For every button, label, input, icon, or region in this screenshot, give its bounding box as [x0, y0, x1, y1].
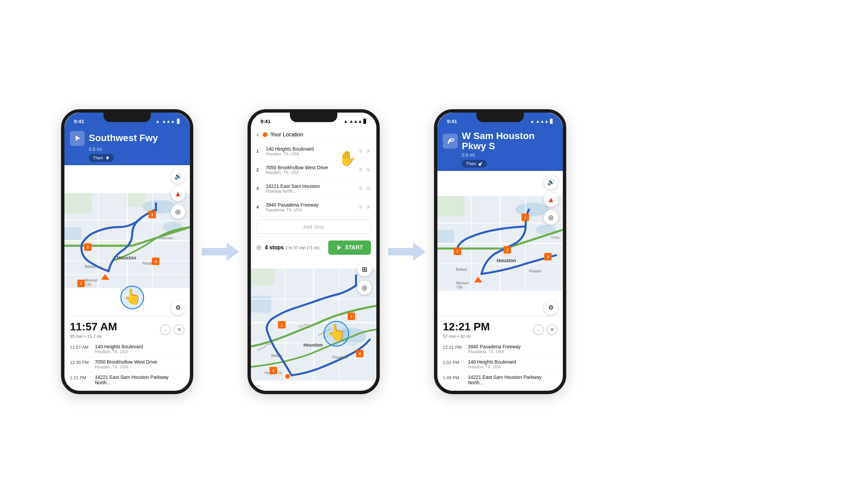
compass-btn-1[interactable]: ▲	[171, 187, 185, 201]
stop-item-3-4: 2:45 PM 7050 Brookhollow West Drive Hous…	[443, 388, 557, 391]
nav-distance-3: 0.6 mi	[462, 152, 557, 158]
svg-text:Crosb...: Crosb...	[551, 236, 562, 239]
svg-text:3: 3	[151, 212, 153, 216]
location-btn-1[interactable]: ◎	[171, 205, 185, 219]
svg-text:1: 1	[456, 249, 458, 253]
route-stop-row-2[interactable]: 2 7050 Brookhollow West Drive Houston, T…	[251, 161, 376, 179]
sound-btn-3[interactable]: 🔊	[544, 175, 558, 189]
stop-list-1: 11:57 AM 140 Heights Boulevard Houston, …	[70, 341, 185, 391]
close-btn-1[interactable]: ✕	[174, 324, 185, 335]
your-location-label: Your Location	[270, 132, 303, 138]
compass-btn-3[interactable]: ▲	[544, 193, 558, 207]
status-bar-2: 9:41 ▲ ▲▲▲ ▊	[251, 113, 376, 127]
route-footer: ⊞ 4 stops 2 hr 37 min (71 mi) START	[251, 237, 376, 258]
filter-icon[interactable]: ⊞	[256, 244, 261, 252]
svg-text:Houston: Houston	[303, 342, 323, 347]
remove-stop-2[interactable]: ✕	[366, 166, 371, 174]
location-btn-2[interactable]: ◎	[358, 280, 372, 295]
nav-banner-3: W Sam Houston Pkwy S 0.6 mi Then	[437, 127, 563, 171]
stop-count: 4 stops	[265, 245, 284, 250]
remove-stop-4[interactable]: ✕	[366, 204, 371, 211]
svg-rect-33	[251, 295, 271, 312]
status-time-3: 9:41	[447, 119, 457, 124]
svg-text:2: 2	[506, 248, 508, 252]
svg-rect-61	[437, 230, 454, 244]
nav-street-3: W Sam Houston Pkwy S	[462, 131, 557, 152]
start-btn[interactable]: START	[328, 240, 371, 255]
route-stop-row-4[interactable]: 4 3940 Pasadena Freeway Pasadena, TX, US…	[251, 198, 376, 217]
svg-text:Missouri: Missouri	[85, 278, 97, 282]
location-btn-3[interactable]: ◎	[544, 210, 558, 225]
svg-text:Pasadei: Pasadei	[529, 269, 541, 273]
stop-item-1-4: 1:57 PM 3940 Pasadena Freeway Pasadena, …	[70, 388, 185, 391]
svg-rect-4	[64, 193, 92, 213]
nav-street-1: Southwest Fwy	[89, 133, 158, 143]
drag-handle-2[interactable]: ≡	[359, 166, 362, 173]
svg-text:3: 3	[524, 215, 526, 219]
chevron-btn-1[interactable]: ⌄	[160, 324, 171, 335]
svg-text:City: City	[85, 282, 91, 286]
drag-handle-4[interactable]: ≡	[359, 204, 362, 211]
svg-text:Houston: Houston	[497, 258, 516, 263]
svg-text:4: 4	[155, 259, 157, 263]
svg-text:City: City	[457, 285, 463, 289]
drag-handle-1[interactable]: ≡	[359, 147, 362, 155]
status-time-2: 9:41	[260, 119, 271, 124]
svg-text:Bellaire: Bellaire	[456, 268, 467, 271]
bottom-panel-1: 11:57 AM 35 min • 15.7 mi ⌄ ✕ 11:57 AM 1…	[64, 316, 190, 391]
svg-text:Channelvi...: Channelvi...	[159, 236, 176, 239]
trip-meta-1: 35 min • 15.7 mi	[70, 334, 117, 339]
route-meta: 2 hr 37 min (71 mi)	[285, 246, 319, 250]
map-area-1: Houston Bellaire Pasadena Missouri City …	[64, 165, 190, 316]
svg-text:4: 4	[547, 255, 549, 259]
close-btn-3[interactable]: ✕	[547, 324, 557, 335]
phone-1: 9:41 ▲ ▲▲▲ ▊ Southwest Fwy	[61, 109, 193, 394]
stop-item-1-1: 11:57 AM 140 Heights Boulevard Houston, …	[70, 341, 185, 357]
add-stop-btn[interactable]: Add Stop	[256, 219, 371, 234]
arrival-time-3: 12:21 PM	[443, 320, 490, 333]
map-area-2: Houston Bellaire Pasadena Missouri City …	[251, 258, 376, 391]
nav-icon-1	[70, 131, 85, 146]
sound-btn-1[interactable]: 🔊	[171, 169, 185, 184]
nav-icon-3	[443, 134, 458, 148]
settings-btn-1[interactable]: ⚙	[171, 300, 185, 315]
nav-then-3: Then	[462, 160, 487, 167]
svg-text:1: 1	[281, 322, 283, 327]
nav-then-1: Then	[89, 154, 114, 162]
stop-item-3-3: 1:49 PM 14221 East Sam Houston Parkway N…	[443, 372, 557, 388]
stop-item-3-2: 1:02 PM 140 Heights Boulevard Houston, T…	[443, 357, 557, 372]
route-stop-row-1[interactable]: 1 140 Heights Boulevard Houston, TX, USA…	[251, 142, 376, 161]
bottom-panel-3: 12:21 PM 57 min • 32 mi ⌄ ✕ 12:21 PM 394…	[437, 316, 563, 391]
trip-meta-3: 57 min • 32 mi	[443, 334, 490, 339]
layers-btn-2[interactable]: ⊞	[358, 262, 372, 276]
svg-text:2: 2	[272, 368, 274, 372]
arrow-1	[200, 238, 241, 265]
stop-item-3-1: 12:21 PM 3940 Pasadena Freeway Pasadena,…	[443, 341, 557, 357]
svg-text:Bellaire: Bellaire	[85, 265, 96, 268]
svg-text:Bellaire: Bellaire	[271, 353, 283, 357]
arrow-2	[386, 238, 427, 265]
svg-text:Houston: Houston	[117, 255, 136, 260]
status-bar-1: 9:41 ▲ ▲▲▲ ▊	[64, 113, 190, 127]
stop-item-1-3: 1:21 PM 14221 East Sam Houston Parkway N…	[70, 372, 185, 388]
settings-btn-3[interactable]: ⚙	[544, 300, 558, 315]
svg-rect-34	[251, 268, 275, 285]
add-stop-label: Add Stop	[303, 224, 324, 230]
stop-item-1-2: 12:30 PM 7050 Brookhollow West Drive Hou…	[70, 357, 185, 372]
map-area-3: Houston Bellaire Pasadei Missouri City C…	[437, 171, 563, 316]
chevron-btn-3[interactable]: ⌄	[533, 324, 544, 335]
nav-banner-1: Southwest Fwy 0.6 mi Then	[64, 127, 190, 165]
status-icons-3: ▲ ▲▲▲ ▊	[530, 119, 553, 124]
status-icons-2: ▲ ▲▲▲ ▊	[343, 119, 367, 124]
phone-2: 9:41 ▲ ▲▲▲ ▊ ‹ Your Location 1 140 Heigh…	[248, 109, 380, 394]
drag-handle-3[interactable]: ≡	[359, 185, 362, 192]
svg-point-57	[285, 373, 290, 379]
remove-stop-1[interactable]: ✕	[366, 147, 371, 155]
remove-stop-3[interactable]: ✕	[366, 185, 371, 192]
back-btn[interactable]: ‹	[256, 130, 259, 139]
route-stop-row-3[interactable]: 3 14221 East Sam Houston Parkway North..…	[251, 179, 376, 198]
svg-text:2: 2	[80, 281, 82, 285]
svg-text:4: 4	[359, 351, 361, 356]
arrival-time-1: 11:57 AM	[70, 320, 117, 333]
stop-list-3: 12:21 PM 3940 Pasadena Freeway Pasadena,…	[443, 341, 557, 391]
